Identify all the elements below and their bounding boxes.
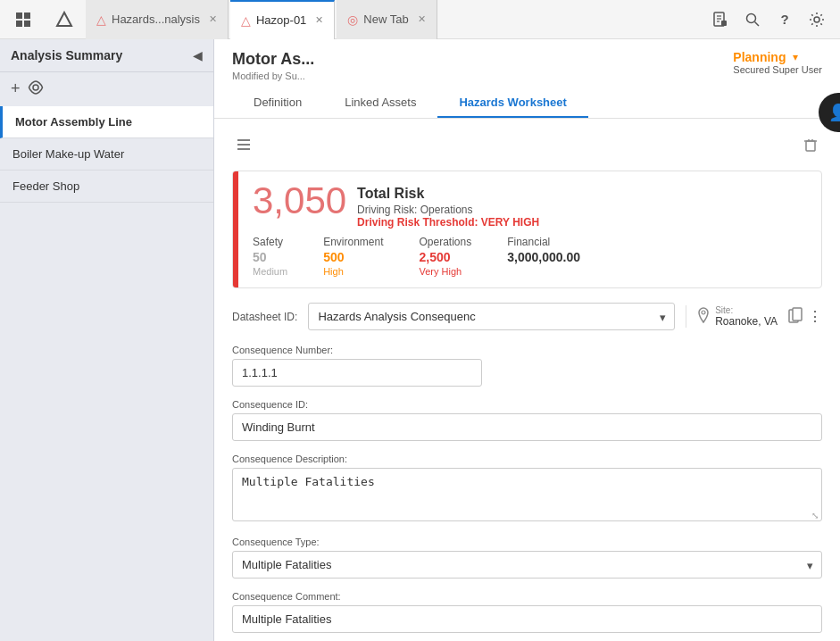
help-action-icon[interactable]: ? — [772, 7, 797, 32]
risk-card-content: 3,050 Total Risk Driving Risk: Operation… — [238, 171, 821, 287]
sidebar-item-boiler[interactable]: Boiler Make-up Water — [0, 138, 213, 171]
risk-metrics: Safety 50 Medium Environment 500 High Op… — [253, 236, 807, 277]
sidebar-item-motor-assembly-label: Motor Assembly Line — [15, 115, 132, 129]
field-consequence-comment-label: Consequence Comment: — [232, 591, 822, 602]
sidebar-toggle-icon[interactable]: ◀ — [193, 48, 203, 62]
risk-driving: Driving Risk: Operations — [357, 204, 539, 216]
field-consequence-description-label: Consequence Description: — [232, 454, 822, 464]
sidebar-view-icon[interactable] — [28, 79, 44, 99]
status-chevron-icon[interactable]: ▾ — [793, 51, 798, 63]
field-consequence-comment: Consequence Comment: — [232, 591, 822, 633]
datasheet-select-wrap: Hazards Analysis Consequenc ▾ — [308, 303, 675, 330]
site-info: Site: Roanoke, VA — [715, 305, 778, 328]
search-action-icon[interactable] — [740, 7, 765, 32]
field-consequence-number-label: Consequence Number: — [232, 345, 822, 355]
consequence-comment-input[interactable] — [232, 605, 822, 633]
tab-linked-assets[interactable]: Linked Assets — [323, 88, 437, 118]
sidebar-items: Motor Assembly Line Boiler Make-up Water… — [0, 106, 213, 641]
sidebar-header: Analysis Summary ◀ — [0, 39, 213, 72]
tab-dashboard-icon[interactable] — [4, 0, 43, 39]
content-header-top: Motor As... Modified by Su... Planning ▾… — [232, 50, 822, 81]
sidebar-item-boiler-label: Boiler Make-up Water — [12, 147, 124, 161]
tab-new-tab-label: New Tab — [363, 12, 408, 26]
field-consequence-id-label: Consequence ID: — [232, 399, 822, 410]
svg-rect-0 — [16, 12, 22, 19]
datasheet-select[interactable]: Hazards Analysis Consequenc — [308, 303, 675, 330]
risk-card: 3,050 Total Risk Driving Risk: Operation… — [232, 171, 822, 288]
risk-metric-safety-value: 50 — [253, 250, 287, 264]
field-consequence-type-label: Consequence Type: — [232, 537, 822, 547]
status-user: Secured Super User — [733, 64, 822, 75]
sidebar: Analysis Summary ◀ + Motor Assembly Line… — [0, 39, 214, 641]
sidebar-title: Analysis Summary — [11, 48, 122, 62]
tab-hazards-analysis-close[interactable]: ✕ — [209, 13, 217, 25]
content-toolbar — [232, 133, 822, 160]
consequence-type-select-wrap: Multiple Fatalities ▾ — [232, 551, 822, 579]
tab-hazards-analysis-icon: △ — [96, 12, 106, 27]
svg-rect-17 — [806, 141, 815, 151]
settings-action-icon[interactable] — [804, 7, 829, 32]
field-textarea-wrap: Multiple Fatalities ⤡ — [232, 468, 822, 524]
doc-icons: ⋮ — [788, 307, 822, 327]
svg-rect-9 — [721, 21, 727, 26]
svg-point-22 — [702, 311, 705, 314]
field-consequence-description: Consequence Description: Multiple Fatali… — [232, 454, 822, 524]
svg-rect-24 — [793, 308, 802, 320]
doc-more-icon[interactable]: ⋮ — [808, 308, 822, 325]
doc-copy-icon[interactable] — [788, 307, 803, 327]
status-planning-label: Planning — [733, 50, 786, 64]
svg-point-12 — [814, 17, 819, 22]
delete-icon[interactable] — [799, 133, 822, 160]
site-value: Roanoke, VA — [715, 315, 778, 328]
field-consequence-type: Consequence Type: Multiple Fatalities ▾ — [232, 537, 822, 579]
location-icon — [697, 307, 710, 326]
toolbar-left — [232, 133, 255, 160]
tab-new-tab[interactable]: ◎ New Tab ✕ — [337, 0, 437, 39]
tab-new-tab-close[interactable]: ✕ — [418, 13, 426, 25]
risk-threshold-value: VERY HIGH — [481, 216, 539, 229]
sidebar-add-icon[interactable]: + — [11, 79, 21, 99]
list-view-icon[interactable] — [232, 133, 255, 160]
svg-line-11 — [755, 21, 760, 26]
consequence-number-input[interactable] — [232, 359, 482, 387]
sidebar-item-feeder[interactable]: Feeder Shop — [0, 171, 213, 203]
risk-label: Total Risk — [357, 186, 539, 202]
svg-rect-1 — [24, 12, 30, 19]
tab-hazop-01[interactable]: △ Hazop-01 ✕ — [230, 0, 335, 39]
content-header: Motor As... Modified by Su... Planning ▾… — [214, 39, 840, 119]
risk-threshold: Driving Risk Threshold: VERY HIGH — [357, 216, 539, 229]
tab-hazop-01-label: Hazop-01 — [256, 13, 306, 27]
risk-metric-financial: Financial 3,000,000.00 — [507, 236, 580, 277]
tab-hazards-worksheet[interactable]: Hazards Worksheet — [437, 88, 587, 118]
content-modified: Modified by Su... — [232, 71, 314, 81]
tab-new-tab-icon: ◎ — [347, 12, 358, 27]
risk-metric-ops-value: 2,500 — [420, 250, 472, 264]
consequence-description-textarea[interactable]: Multiple Fatalities — [232, 468, 822, 521]
risk-metric-environment: Environment 500 High — [323, 236, 383, 277]
risk-metric-ops-sub: Very High — [420, 266, 472, 277]
datasheet-row: Datasheet ID: Hazards Analysis Consequen… — [232, 303, 822, 330]
consequence-type-select[interactable]: Multiple Fatalities — [232, 551, 822, 579]
svg-marker-4 — [57, 12, 71, 26]
svg-point-13 — [33, 85, 38, 90]
site-section: Site: Roanoke, VA — [686, 305, 778, 328]
svg-point-10 — [747, 13, 756, 22]
tab-bar: △ Hazards...nalysis ✕ △ Hazop-01 ✕ ◎ New… — [0, 0, 840, 39]
field-consequence-number: Consequence Number: — [232, 345, 822, 387]
content-status: Planning ▾ Secured Super User — [733, 50, 822, 75]
tab-hazards-analysis[interactable]: △ Hazards...nalysis ✕ — [86, 0, 229, 39]
site-label: Site: — [715, 305, 778, 315]
tab-definition[interactable]: Definition — [232, 88, 323, 118]
document-action-icon[interactable] — [708, 7, 733, 32]
risk-metric-env-sub: High — [323, 266, 383, 277]
datasheet-id-label: Datasheet ID: — [232, 311, 297, 323]
consequence-id-input[interactable] — [232, 413, 822, 441]
datasheet-field-select-wrap: Hazards Analysis Consequenc ▾ — [308, 303, 675, 330]
top-actions: ? — [708, 7, 836, 32]
content-title: Motor As... — [232, 50, 314, 69]
sidebar-item-feeder-label: Feeder Shop — [12, 179, 79, 193]
tab-tree-icon[interactable] — [45, 0, 84, 39]
risk-number: 3,050 — [253, 182, 346, 220]
sidebar-item-motor-assembly[interactable]: Motor Assembly Line — [0, 106, 213, 138]
tab-hazop-01-close[interactable]: ✕ — [315, 14, 323, 26]
